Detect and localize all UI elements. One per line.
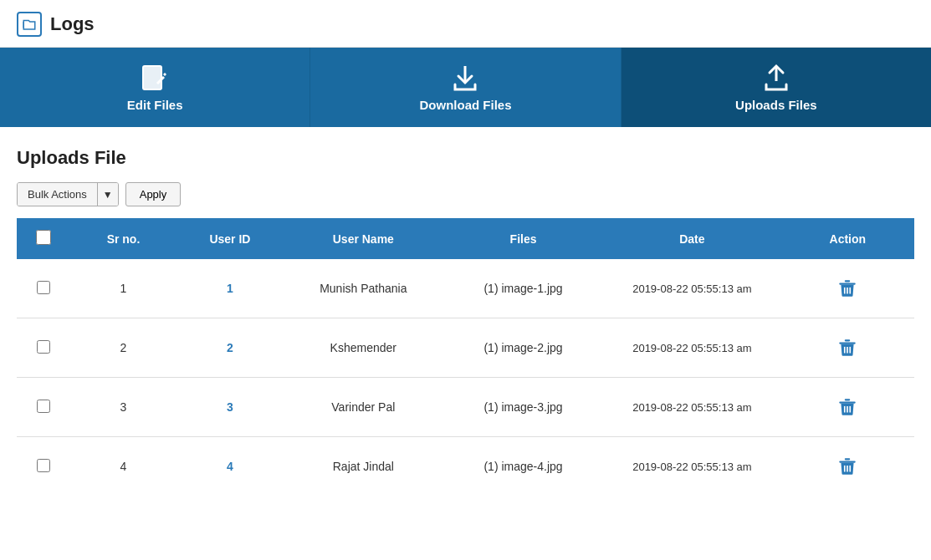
row-sr-no: 3 bbox=[70, 378, 176, 437]
row-checkbox-0[interactable] bbox=[37, 281, 50, 294]
section-title: Uploads File bbox=[17, 147, 914, 169]
bulk-actions-select[interactable]: Bulk Actions ▼ bbox=[17, 182, 119, 206]
svg-rect-7 bbox=[840, 343, 857, 344]
row-checkbox-2[interactable] bbox=[37, 400, 50, 413]
row-checkbox-cell[interactable] bbox=[17, 378, 70, 437]
select-all-checkbox[interactable] bbox=[36, 230, 51, 245]
table-row: 2 2 Kshemender (1) image-2.jpg 2019-08-2… bbox=[17, 318, 914, 378]
row-date: 2019-08-22 05:55:13 am bbox=[603, 318, 780, 378]
row-files: (1) image-4.jpg bbox=[443, 437, 603, 496]
row-sr-no: 2 bbox=[70, 318, 176, 378]
row-action[interactable] bbox=[781, 378, 914, 437]
table-row: 1 1 Munish Pathania (1) image-1.jpg 2019… bbox=[17, 259, 914, 318]
row-action[interactable] bbox=[781, 259, 914, 318]
row-user-id[interactable]: 3 bbox=[176, 378, 283, 437]
row-files: (1) image-3.jpg bbox=[443, 378, 603, 437]
col-date: Date bbox=[603, 218, 780, 259]
row-user-name: Munish Pathania bbox=[284, 259, 443, 318]
delete-button-1[interactable] bbox=[833, 333, 862, 362]
col-files: Files bbox=[443, 218, 603, 259]
page-title: Logs bbox=[50, 13, 95, 35]
col-user-id: User ID bbox=[176, 218, 283, 259]
uploads-table: Sr no. User ID User Name Files Date Acti… bbox=[17, 218, 914, 496]
row-files: (1) image-1.jpg bbox=[443, 259, 603, 318]
col-sr-no: Sr no. bbox=[70, 218, 176, 259]
bulk-actions-dropdown-arrow[interactable]: ▼ bbox=[98, 183, 118, 206]
row-date: 2019-08-22 05:55:13 am bbox=[603, 437, 780, 496]
svg-rect-17 bbox=[840, 461, 857, 463]
row-date: 2019-08-22 05:55:13 am bbox=[603, 378, 780, 437]
main-content: Uploads File Bulk Actions ▼ Apply Sr no.… bbox=[0, 127, 931, 516]
svg-rect-8 bbox=[845, 339, 851, 341]
row-user-name: Rajat Jindal bbox=[284, 437, 443, 496]
page-header: Logs bbox=[0, 0, 931, 48]
col-action: Action bbox=[781, 218, 914, 259]
col-user-name: User Name bbox=[284, 218, 443, 259]
svg-rect-2 bbox=[840, 283, 857, 285]
col-checkbox[interactable] bbox=[17, 218, 70, 259]
svg-rect-13 bbox=[845, 399, 851, 400]
svg-rect-3 bbox=[845, 280, 851, 282]
svg-rect-18 bbox=[845, 458, 851, 460]
bulk-actions-bar: Bulk Actions ▼ Apply bbox=[17, 182, 914, 206]
tab-uploads-files-label: Uploads Files bbox=[735, 98, 817, 112]
apply-button[interactable]: Apply bbox=[125, 182, 182, 206]
row-user-id[interactable]: 1 bbox=[176, 259, 283, 318]
row-user-name: Varinder Pal bbox=[284, 378, 443, 437]
delete-button-2[interactable] bbox=[833, 393, 862, 421]
row-checkbox-3[interactable] bbox=[37, 459, 50, 472]
row-sr-no: 1 bbox=[70, 259, 176, 318]
table-row: 3 3 Varinder Pal (1) image-3.jpg 2019-08… bbox=[17, 378, 914, 437]
svg-rect-12 bbox=[840, 402, 857, 404]
row-checkbox-1[interactable] bbox=[37, 340, 50, 354]
row-sr-no: 4 bbox=[70, 437, 176, 496]
row-checkbox-cell[interactable] bbox=[17, 259, 70, 318]
row-files: (1) image-2.jpg bbox=[443, 318, 603, 378]
tab-download-files[interactable]: Download Files bbox=[310, 48, 621, 127]
row-checkbox-cell[interactable] bbox=[17, 318, 70, 378]
row-user-id[interactable]: 2 bbox=[176, 318, 283, 378]
table-header-row: Sr no. User ID User Name Files Date Acti… bbox=[17, 218, 914, 259]
tab-uploads-files[interactable]: Uploads Files bbox=[622, 48, 931, 127]
tab-edit-files[interactable]: Edit Files bbox=[0, 48, 310, 127]
row-action[interactable] bbox=[781, 318, 914, 378]
delete-button-3[interactable] bbox=[833, 452, 862, 481]
folder-icon bbox=[17, 12, 42, 37]
tab-download-files-label: Download Files bbox=[419, 98, 511, 112]
tab-edit-files-label: Edit Files bbox=[127, 98, 183, 112]
row-action[interactable] bbox=[781, 437, 914, 496]
delete-button-0[interactable] bbox=[833, 274, 862, 303]
table-row: 4 4 Rajat Jindal (1) image-4.jpg 2019-08… bbox=[17, 437, 914, 496]
svg-rect-0 bbox=[143, 66, 161, 89]
row-date: 2019-08-22 05:55:13 am bbox=[603, 259, 780, 318]
row-checkbox-cell[interactable] bbox=[17, 437, 70, 496]
row-user-id[interactable]: 4 bbox=[176, 437, 283, 496]
row-user-name: Kshemender bbox=[284, 318, 443, 378]
tab-navigation: Edit Files Download Files Uploads Files bbox=[0, 48, 931, 127]
bulk-actions-label: Bulk Actions bbox=[18, 183, 98, 206]
